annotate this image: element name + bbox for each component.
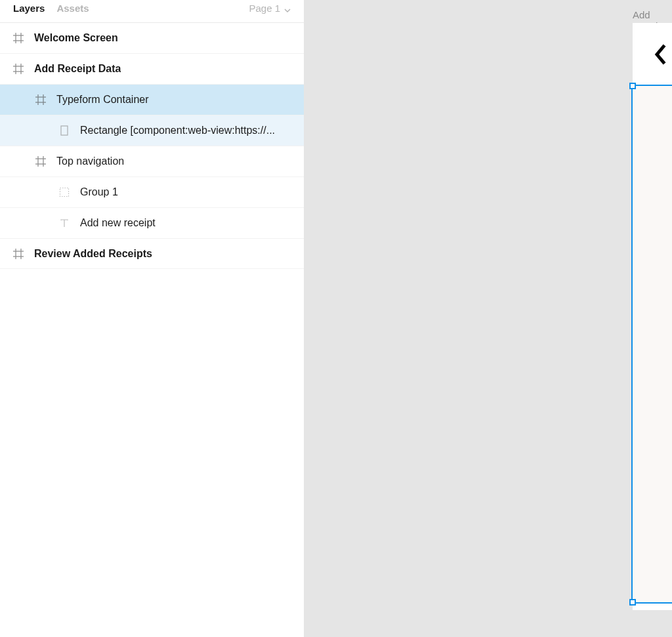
layer-row-rectangle-webview[interactable]: Rectangle [component:web-view:https://..…	[0, 115, 304, 146]
layer-label: Review Added Receipts	[34, 248, 152, 260]
frame-icon	[12, 31, 25, 45]
rectangle-icon	[58, 124, 71, 137]
resize-handle-top-left[interactable]	[629, 83, 636, 89]
layer-label: Welcome Screen	[34, 32, 118, 44]
typeform-container-rect[interactable]	[633, 86, 672, 602]
frame-icon	[12, 247, 25, 260]
layer-row-add-receipt-data[interactable]: Add Receipt Data	[0, 53, 304, 84]
layer-label: Rectangle [component:web-view:https://..…	[80, 125, 275, 136]
group-icon	[58, 186, 71, 199]
layer-label: Add new receipt	[80, 217, 156, 229]
frame-icon	[12, 62, 25, 75]
page-selector-label: Page 1	[249, 3, 280, 14]
tab-assets[interactable]: Assets	[56, 3, 89, 14]
frame-add-receipt-data[interactable]: Add new receipt	[633, 23, 672, 610]
layers-panel: Layers Assets Page 1 Welcome Screen Add …	[0, 0, 304, 637]
tab-layers[interactable]: Layers	[13, 3, 45, 14]
layer-label: Top navigation	[56, 155, 124, 167]
top-navigation: Add new receipt	[633, 23, 672, 86]
page-selector[interactable]: Page 1	[249, 3, 291, 14]
chevron-down-icon	[284, 5, 291, 11]
layer-label: Typeform Container	[56, 94, 149, 106]
svg-rect-17	[60, 188, 69, 197]
layer-label: Group 1	[80, 186, 118, 198]
panel-tabs: Layers Assets Page 1	[0, 0, 304, 20]
frame-icon	[34, 93, 47, 106]
design-canvas[interactable]: Add Receipt Data Add new receipt 320 × 5…	[304, 0, 672, 637]
frame-icon	[34, 155, 47, 168]
text-icon	[58, 216, 71, 230]
resize-handle-bottom-left[interactable]	[629, 599, 636, 606]
layer-label: Add Receipt Data	[34, 63, 121, 75]
topnav-title: Add new receipt	[651, 43, 672, 66]
layer-row-welcome-screen[interactable]: Welcome Screen	[0, 22, 304, 53]
layer-row-review-added-receipts[interactable]: Review Added Receipts	[0, 238, 304, 269]
layer-row-typeform-container[interactable]: Typeform Container	[0, 84, 304, 115]
layer-row-top-navigation[interactable]: Top navigation	[0, 146, 304, 176]
layer-row-add-new-receipt-text[interactable]: Add new receipt	[0, 207, 304, 238]
layer-list: Welcome Screen Add Receipt Data Typeform…	[0, 20, 304, 269]
svg-rect-12	[61, 126, 68, 135]
layer-row-group-1[interactable]: Group 1	[0, 176, 304, 207]
